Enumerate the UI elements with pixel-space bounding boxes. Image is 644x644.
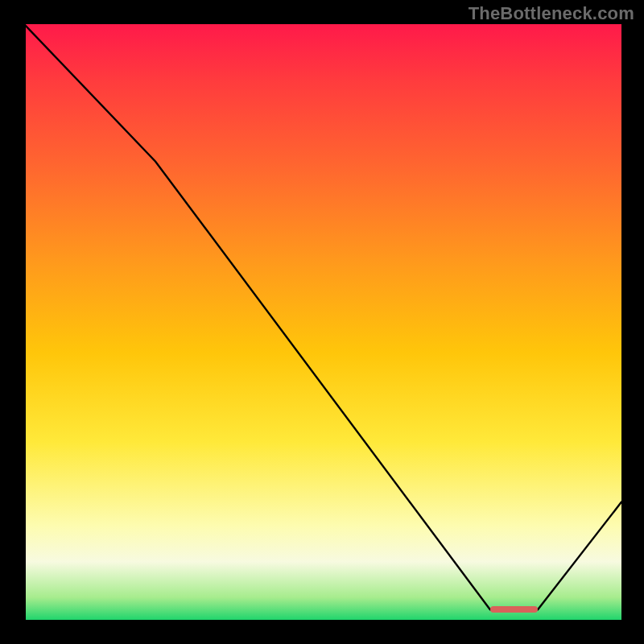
chart-frame: TheBottleneck.com [0,0,644,644]
plot-area [24,24,621,621]
bottleneck-curve-path [24,24,621,609]
optimal-range-marker [490,606,538,613]
watermark-text: TheBottleneck.com [469,3,634,24]
curve-svg [24,24,621,621]
